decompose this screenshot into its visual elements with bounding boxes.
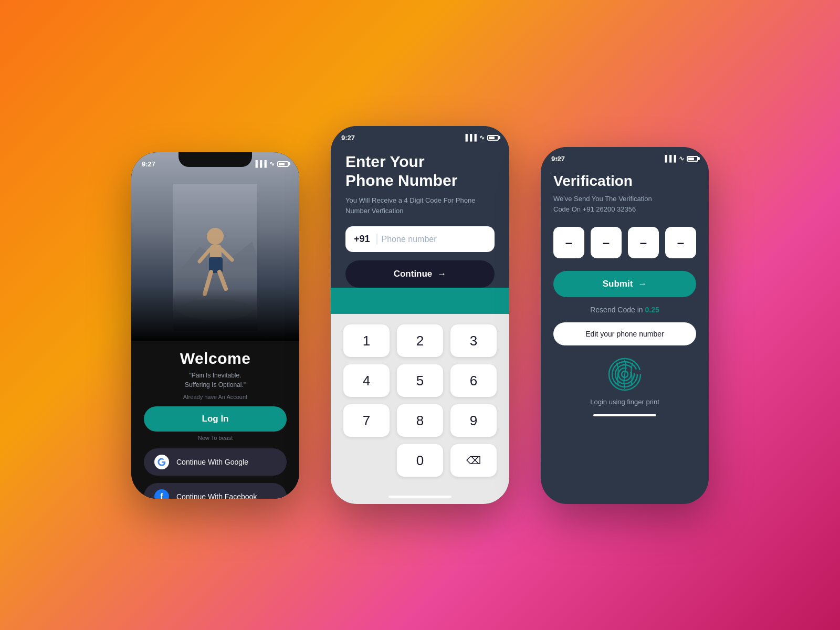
keypad-grid: 1 2 3 4 5 6 7 8 9 0 ⌫ bbox=[343, 324, 497, 477]
continue-label: Continue bbox=[394, 269, 433, 279]
runner-svg bbox=[173, 184, 257, 331]
phone-input[interactable]: Phone number bbox=[382, 235, 486, 244]
key-2[interactable]: 2 bbox=[397, 324, 443, 357]
signal-icon-1: ▐▐▐ bbox=[253, 160, 267, 167]
home-bar-3 bbox=[593, 414, 656, 416]
otp-row: – – – – bbox=[553, 227, 696, 258]
otp-box-1[interactable]: – bbox=[553, 227, 584, 258]
notch-2 bbox=[383, 126, 457, 141]
key-8[interactable]: 8 bbox=[397, 404, 443, 437]
key-7[interactable]: 7 bbox=[343, 404, 390, 437]
key-5[interactable]: 5 bbox=[397, 364, 443, 397]
status-bar-1: 9:27 ▐▐▐ ∿ bbox=[131, 152, 299, 175]
notch-3 bbox=[588, 147, 662, 162]
key-3[interactable]: 3 bbox=[450, 324, 497, 357]
submit-arrow: → bbox=[638, 279, 647, 289]
home-bar-2 bbox=[388, 496, 452, 498]
phone-number-top: Enter YourPhone Number You Will Receive … bbox=[331, 126, 509, 288]
phone-verification: 9:27 ▐▐▐ ∿ ← Verification We've Send You… bbox=[541, 147, 709, 504]
status-icons-2: ▐▐▐ ∿ bbox=[463, 134, 499, 141]
enter-phone-subtitle: You Will Receive a 4 Digit Code For Phon… bbox=[345, 195, 495, 216]
time-3: 9:27 bbox=[551, 155, 565, 163]
key-0[interactable]: 0 bbox=[397, 444, 443, 477]
key-empty bbox=[343, 444, 390, 477]
facebook-button[interactable]: f Continue With Facebook bbox=[144, 483, 287, 499]
facebook-icon: f bbox=[154, 489, 169, 499]
key-9[interactable]: 9 bbox=[450, 404, 497, 437]
svg-point-3 bbox=[207, 228, 224, 245]
submit-button[interactable]: Submit → bbox=[553, 271, 696, 297]
submit-label: Submit bbox=[603, 279, 633, 289]
hero-image bbox=[131, 152, 299, 341]
resend-label: Resend Code in bbox=[590, 306, 643, 314]
otp-box-4[interactable]: – bbox=[665, 227, 696, 258]
fingerprint-section: Login using finger print bbox=[553, 356, 696, 406]
fingerprint-label: Login using finger print bbox=[590, 398, 659, 406]
teal-accent-bar bbox=[331, 288, 509, 314]
phone-input-row[interactable]: +91 Phone number bbox=[345, 226, 495, 252]
status-bar-3: 9:27 ▐▐▐ ∿ bbox=[541, 147, 709, 170]
already-account-text: Already have An Account bbox=[183, 394, 247, 400]
time-2: 9:27 bbox=[341, 134, 355, 142]
key-6[interactable]: 6 bbox=[450, 364, 497, 397]
wifi-icon-1: ∿ bbox=[269, 160, 275, 167]
signal-icon-2: ▐▐▐ bbox=[463, 134, 477, 141]
fingerprint-icon[interactable] bbox=[606, 356, 643, 393]
google-btn-label: Continue With Google bbox=[176, 458, 248, 466]
key-1[interactable]: 1 bbox=[343, 324, 390, 357]
keypad-section: 1 2 3 4 5 6 7 8 9 0 ⌫ bbox=[331, 314, 509, 484]
status-icons-3: ▐▐▐ ∿ bbox=[663, 155, 698, 162]
battery-icon-2 bbox=[487, 135, 499, 141]
battery-icon-1 bbox=[277, 161, 289, 167]
status-bar-2: 9:27 ▐▐▐ ∿ bbox=[331, 126, 509, 149]
notch-1 bbox=[178, 152, 252, 167]
google-icon bbox=[154, 455, 169, 469]
status-icons-1: ▐▐▐ ∿ bbox=[253, 160, 289, 167]
welcome-title: Welcome bbox=[180, 350, 251, 368]
key-backspace[interactable]: ⌫ bbox=[450, 444, 497, 477]
login-button[interactable]: Log In bbox=[144, 406, 287, 432]
continue-arrow: → bbox=[437, 269, 446, 279]
verification-content: ← Verification We've Send You The Verifi… bbox=[541, 147, 709, 427]
battery-icon-3 bbox=[687, 156, 698, 162]
enter-phone-title: Enter YourPhone Number bbox=[345, 152, 495, 190]
otp-box-3[interactable]: – bbox=[628, 227, 659, 258]
otp-box-2[interactable]: – bbox=[591, 227, 622, 258]
verification-title: Verification bbox=[553, 173, 696, 190]
signal-icon-3: ▐▐▐ bbox=[663, 155, 676, 162]
continue-button[interactable]: Continue → bbox=[345, 260, 495, 288]
key-4[interactable]: 4 bbox=[343, 364, 390, 397]
edit-phone-button[interactable]: Edit your phone number bbox=[553, 322, 696, 345]
verification-subtitle: We've Send You The VerificationCode On +… bbox=[553, 194, 696, 214]
facebook-btn-label: Continue With Facebook bbox=[176, 492, 257, 499]
wifi-icon-3: ∿ bbox=[679, 155, 684, 162]
new-to-beast-text: New To beast bbox=[198, 435, 233, 441]
svg-rect-10 bbox=[173, 289, 257, 331]
time-1: 9:27 bbox=[142, 160, 155, 168]
phone-welcome: 9:27 ▐▐▐ ∿ bbox=[131, 152, 299, 499]
google-button[interactable]: Continue With Google bbox=[144, 448, 287, 476]
resend-code-text: Resend Code in 0.25 bbox=[553, 306, 696, 314]
country-code: +91 bbox=[354, 234, 377, 245]
welcome-content: Welcome "Pain Is Inevitable.Suffering Is… bbox=[131, 341, 299, 499]
phone-phone-number: 9:27 ▐▐▐ ∿ Enter YourPhone Number You Wi… bbox=[331, 126, 509, 504]
resend-timer: 0.25 bbox=[645, 306, 659, 314]
welcome-quote: "Pain Is Inevitable.Suffering Is Optiona… bbox=[185, 371, 246, 390]
wifi-icon-2: ∿ bbox=[479, 134, 485, 141]
keypad-bottom bbox=[331, 484, 509, 504]
